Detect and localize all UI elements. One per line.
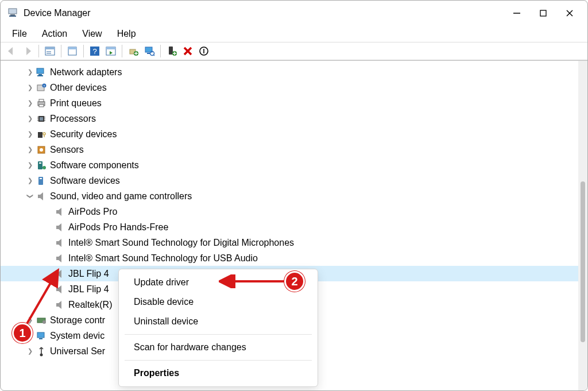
- tree-label: Processors: [50, 114, 96, 124]
- chevron-right-icon[interactable]: ❯: [25, 316, 35, 324]
- svg-rect-58: [39, 338, 42, 339]
- disable-device-button[interactable]: [196, 44, 211, 59]
- tree-item[interactable]: Intel® Smart Sound Technology for USB Au…: [1, 250, 587, 266]
- speaker-icon: [55, 284, 65, 295]
- scroll-thumb[interactable]: [581, 181, 585, 342]
- menu-help[interactable]: Help: [110, 28, 143, 40]
- speaker-icon: [55, 253, 65, 264]
- svg-point-56: [42, 320, 46, 324]
- sensor-icon: [36, 145, 47, 155]
- back-button[interactable]: [4, 44, 19, 59]
- toolbar-separator: [38, 45, 39, 57]
- content-area: ❯ Network adapters ❯ ? Other devices ❯ P…: [1, 60, 587, 390]
- speaker-icon: [55, 222, 65, 233]
- chevron-right-icon[interactable]: ❯: [25, 68, 35, 76]
- tree-label: JBL Flip 4: [68, 284, 109, 295]
- system-icon: [36, 331, 47, 341]
- ctx-scan-hardware[interactable]: Scan for hardware changes: [119, 338, 318, 357]
- svg-rect-57: [37, 332, 44, 338]
- menu-action[interactable]: Action: [35, 28, 74, 40]
- tree-label: Sound, video and game controllers: [50, 191, 192, 202]
- chevron-right-icon[interactable]: ❯: [25, 161, 35, 169]
- scan-hardware-button[interactable]: [142, 44, 157, 59]
- help-button[interactable]: ?: [87, 44, 102, 59]
- chevron-right-icon[interactable]: ❯: [25, 130, 35, 138]
- svg-rect-45: [38, 132, 42, 138]
- action-button[interactable]: [103, 44, 118, 59]
- tree-label: Realtek(R): [68, 300, 112, 310]
- window-title: Device Manager: [24, 8, 91, 18]
- usb-icon: [36, 346, 47, 357]
- tree-category[interactable]: ❯ Sensors: [1, 142, 587, 157]
- tree-category[interactable]: ❯ ? Other devices: [1, 80, 587, 95]
- vertical-scrollbar[interactable]: [578, 61, 587, 390]
- svg-rect-4: [540, 10, 546, 16]
- svg-rect-12: [68, 47, 76, 49]
- chevron-right-icon[interactable]: ❯: [25, 99, 35, 107]
- tree-label: AirPods Pro Hands-Free: [68, 222, 168, 233]
- chevron-right-icon[interactable]: ❯: [25, 84, 35, 91]
- svg-rect-35: [39, 99, 44, 102]
- network-icon: [36, 67, 47, 78]
- printer-icon: [36, 98, 47, 109]
- svg-rect-2: [9, 16, 16, 17]
- show-hide-tree-button[interactable]: [42, 44, 57, 59]
- ctx-uninstall-device[interactable]: Uninstall device: [119, 312, 318, 331]
- tree-category[interactable]: ❯ Sound, video and game controllers: [1, 188, 587, 204]
- update-driver-button[interactable]: [126, 44, 141, 59]
- tree-category[interactable]: ❯ Network adapters: [1, 64, 587, 80]
- svg-point-49: [40, 148, 43, 152]
- enable-device-button[interactable]: [164, 44, 179, 59]
- tree-category[interactable]: ❯ Software components: [1, 157, 587, 173]
- toolbar-separator: [61, 45, 61, 57]
- toolbar: ?: [1, 42, 587, 60]
- svg-rect-51: [39, 162, 41, 164]
- tree-item[interactable]: AirPods Pro Hands-Free: [1, 219, 587, 235]
- other-icon: ?: [36, 83, 47, 93]
- tree-label: Sensors: [50, 145, 84, 155]
- storage-icon: [36, 315, 47, 326]
- menu-view[interactable]: View: [75, 28, 109, 40]
- minimize-button[interactable]: [504, 1, 530, 26]
- tree-label: System devic: [50, 331, 105, 341]
- chevron-right-icon[interactable]: ❯: [25, 115, 35, 122]
- tree-category[interactable]: ❯ Processors: [1, 111, 587, 126]
- maximize-button[interactable]: [530, 1, 556, 26]
- ctx-properties[interactable]: Properties: [119, 363, 318, 383]
- forward-button[interactable]: [20, 44, 35, 59]
- tree-category[interactable]: ❯ Security devices: [1, 126, 587, 142]
- menu-bar: File Action View Help: [1, 26, 587, 42]
- svg-rect-29: [38, 74, 42, 75]
- tree-label: Software components: [50, 160, 139, 171]
- ctx-separator: [125, 334, 312, 335]
- chevron-right-icon[interactable]: ❯: [25, 146, 35, 153]
- chevron-down-icon[interactable]: ❯: [26, 191, 34, 202]
- tree-label: Security devices: [50, 129, 117, 140]
- tree-item[interactable]: Intel® Smart Sound Technology for Digita…: [1, 235, 587, 250]
- tree-category[interactable]: ❯ Software devices: [1, 173, 587, 188]
- svg-rect-30: [37, 75, 43, 76]
- toolbar-separator: [83, 45, 84, 57]
- tree-label: Other devices: [50, 83, 107, 93]
- svg-line-22: [153, 55, 154, 56]
- svg-rect-0: [9, 9, 17, 14]
- chevron-right-icon[interactable]: ❯: [25, 347, 35, 355]
- software-icon: [36, 176, 47, 186]
- close-button[interactable]: [556, 1, 583, 26]
- ctx-disable-device[interactable]: Disable device: [119, 292, 318, 312]
- uninstall-device-button[interactable]: [180, 44, 195, 59]
- security-icon: [36, 129, 47, 140]
- toolbar-separator: [122, 45, 122, 57]
- svg-rect-28: [37, 68, 44, 73]
- ctx-separator: [125, 360, 312, 361]
- toolbar-separator: [160, 45, 161, 57]
- chevron-right-icon[interactable]: ❯: [25, 177, 35, 184]
- svg-rect-16: [106, 47, 115, 49]
- tree-category[interactable]: ❯ Print queues: [1, 95, 587, 111]
- svg-text:?: ?: [44, 84, 45, 87]
- titlebar: Device Manager: [1, 1, 587, 26]
- tree-item[interactable]: AirPods Pro: [1, 204, 587, 219]
- properties-button[interactable]: [65, 44, 80, 59]
- svg-rect-38: [40, 117, 43, 121]
- menu-file[interactable]: File: [5, 28, 34, 40]
